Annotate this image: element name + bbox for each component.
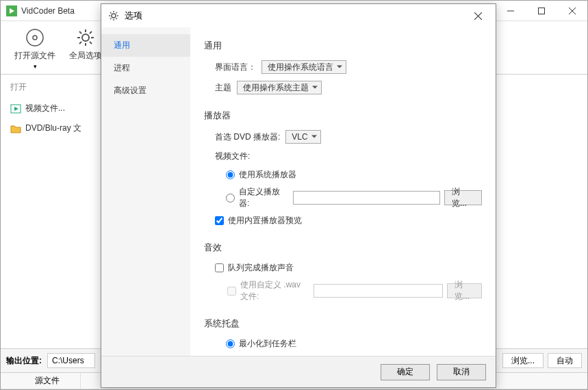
output-location-label: 输出位置: [6, 355, 42, 367]
custom-wav-browse-button: 浏览... [447, 283, 482, 298]
svg-line-24 [110, 12, 112, 14]
use-system-player-label: 使用系统播放器 [239, 169, 296, 181]
dialog-close-button[interactable] [464, 6, 491, 25]
dialog-button-bar: 确定 取消 [101, 356, 496, 387]
open-video-files-label: 视频文件... [25, 103, 65, 114]
app-logo-icon [6, 5, 17, 16]
min-taskbar-radio[interactable] [226, 339, 235, 348]
section-player-title: 播放器 [204, 109, 482, 122]
svg-line-26 [110, 18, 112, 20]
column-source-file[interactable]: 源文件 [1, 373, 81, 389]
queue-done-sound-checkbox[interactable] [215, 263, 224, 272]
theme-label: 主题 [215, 82, 231, 94]
svg-point-8 [82, 34, 89, 41]
builtin-preview-label: 使用内置播放器预览 [228, 215, 302, 226]
gear-icon [76, 28, 95, 47]
window-controls [495, 1, 587, 21]
ui-language-label: 界面语言： [215, 62, 256, 73]
queue-done-sound-label: 队列完成播放声音 [228, 262, 294, 274]
custom-player-browse-button[interactable]: 浏览... [444, 190, 482, 205]
left-panel-header: 打开 [10, 81, 110, 93]
minimize-button[interactable] [495, 1, 526, 21]
section-general-title: 通用 [204, 40, 482, 52]
open-source-button[interactable]: 打开源文件 ▾ [8, 25, 62, 73]
svg-line-13 [79, 31, 81, 34]
output-path-field[interactable]: C:\Users [47, 353, 95, 368]
dialog-titlebar: 选项 [101, 4, 496, 27]
svg-line-16 [90, 31, 92, 34]
svg-point-7 [33, 36, 37, 40]
custom-wav-label: 使用自定义 .wav 文件: [240, 279, 309, 302]
output-browse-button[interactable]: 浏览... [502, 353, 544, 368]
gear-icon [108, 10, 119, 21]
cancel-button[interactable]: 取消 [437, 364, 486, 380]
section-audio: 音效 队列完成播放声音 使用自定义 .wav 文件: 浏览... [204, 242, 482, 302]
sidebar-item-advanced[interactable]: 高级设置 [101, 79, 190, 102]
global-options-label: 全局选项 [69, 50, 102, 62]
use-system-player-radio[interactable] [226, 170, 235, 179]
play-file-icon [10, 103, 21, 114]
maximize-button[interactable] [526, 1, 557, 21]
svg-line-25 [116, 18, 118, 20]
svg-line-14 [90, 42, 92, 44]
ui-language-combo[interactable]: 使用操作系统语言 [261, 60, 346, 74]
custom-wav-path-input [314, 284, 443, 298]
custom-wav-checkbox [227, 287, 236, 296]
section-systray-title: 系统托盘 [204, 317, 482, 330]
dropdown-caret-icon: ▾ [34, 63, 37, 70]
dialog-content: 通用 界面语言： 使用操作系统语言 主题 使用操作系统主题 播放器 首选 DVD… [190, 27, 496, 356]
options-dialog: 选项 通用 进程 高级设置 通用 界面语言： 使用操作系统语言 主题 使用操作系… [101, 3, 496, 388]
svg-rect-3 [538, 8, 544, 14]
section-general: 通用 界面语言： 使用操作系统语言 主题 使用操作系统主题 [204, 40, 482, 94]
svg-marker-18 [14, 107, 18, 111]
ok-button[interactable]: 确定 [381, 364, 430, 380]
custom-player-radio[interactable] [226, 194, 235, 203]
sidebar-item-process[interactable]: 进程 [101, 57, 190, 79]
open-video-files-item[interactable]: 视频文件... [10, 99, 110, 118]
open-dvd-bluray-label: DVD/Blu-ray 文 [25, 122, 81, 134]
builtin-preview-checkbox[interactable] [215, 216, 224, 225]
section-player: 播放器 首选 DVD 播放器: VLC 视频文件: 使用系统播放器 自定义播放器… [204, 109, 482, 226]
custom-player-label: 自定义播放器: [239, 186, 289, 209]
theme-combo[interactable]: 使用操作系统主题 [237, 81, 322, 94]
folder-icon [10, 123, 21, 134]
left-panel: 打开 视频文件... DVD/Blu-ray 文 [1, 75, 110, 348]
open-dvd-bluray-item[interactable]: DVD/Blu-ray 文 [10, 118, 110, 138]
min-taskbar-label: 最小化到任务栏 [239, 338, 296, 350]
custom-player-path-input[interactable] [293, 191, 440, 205]
open-source-label: 打开源文件 [14, 50, 55, 62]
output-auto-button[interactable]: 自动 [548, 353, 582, 368]
dvd-player-combo[interactable]: VLC [285, 130, 320, 144]
svg-point-19 [112, 14, 116, 18]
section-systray: 系统托盘 最小化到任务栏 最小化到系统托盘 [204, 317, 482, 356]
dialog-sidebar: 通用 进程 高级设置 [101, 27, 190, 356]
dvd-player-label: 首选 DVD 播放器: [215, 131, 280, 143]
svg-line-27 [116, 12, 118, 14]
section-audio-title: 音效 [204, 242, 482, 254]
sidebar-item-general[interactable]: 通用 [101, 34, 190, 57]
svg-line-15 [79, 42, 81, 44]
svg-point-6 [27, 29, 43, 46]
dialog-title: 选项 [125, 10, 464, 22]
video-file-label: 视频文件: [215, 151, 250, 162]
close-button[interactable] [557, 1, 587, 21]
disc-icon [25, 28, 44, 47]
